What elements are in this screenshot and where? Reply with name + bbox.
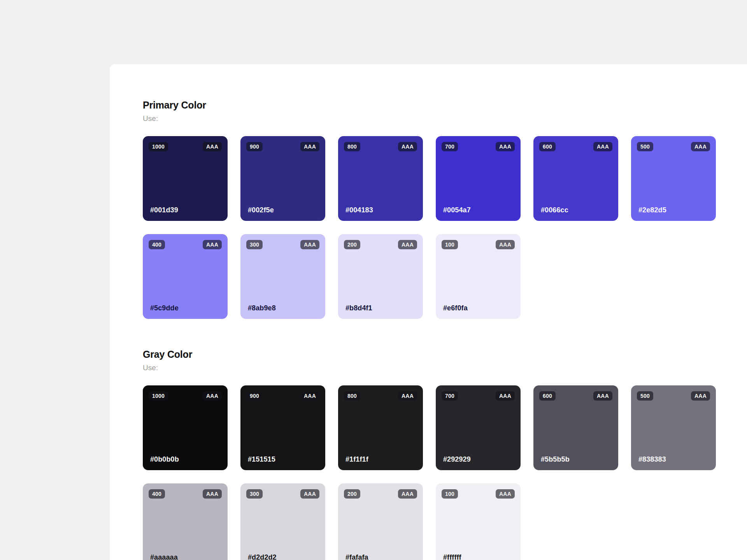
page: Primary ColorUse:1000AAA#001d39900AAA#00… <box>0 0 747 560</box>
color-swatch-300: 300AAA#d2d2d2 <box>240 483 325 560</box>
scale-badge: 900 <box>246 391 263 401</box>
contrast-badge: AAA <box>496 391 515 401</box>
contrast-badge: AAA <box>496 489 515 499</box>
color-swatch-100: 100AAA#e6f0fa <box>436 234 521 319</box>
hex-label: #004183 <box>345 206 373 214</box>
hex-label: #aaaaaa <box>150 553 178 560</box>
scale-badge: 600 <box>539 142 556 151</box>
contrast-badge: AAA <box>203 142 222 151</box>
palette-sections: Primary ColorUse:1000AAA#001d39900AAA#00… <box>143 99 747 560</box>
color-swatch-1000: 1000AAA#0b0b0b <box>143 385 228 470</box>
scale-badge: 200 <box>344 489 360 499</box>
scale-badge: 1000 <box>149 391 168 401</box>
hex-label: #d2d2d2 <box>248 553 277 560</box>
scale-badge: 500 <box>637 391 653 401</box>
scale-badge: 900 <box>246 142 263 151</box>
hex-label: #001d39 <box>150 206 178 214</box>
color-swatch-600: 600AAA#5b5b5b <box>533 385 618 470</box>
swatch-grid: 1000AAA#0b0b0b900AAA#151515800AAA#1f1f1f… <box>143 385 716 560</box>
color-swatch-800: 800AAA#1f1f1f <box>338 385 423 470</box>
hex-label: #838383 <box>638 455 666 464</box>
scale-badge: 700 <box>442 391 458 401</box>
scale-badge: 400 <box>149 489 165 499</box>
contrast-badge: AAA <box>496 142 515 151</box>
use-label: Use: <box>143 113 747 124</box>
hex-label: #ffffff <box>443 553 461 560</box>
scale-badge: 1000 <box>149 142 168 151</box>
hex-label: #2e82d5 <box>638 206 666 214</box>
contrast-badge: AAA <box>203 489 222 499</box>
hex-label: #5c9dde <box>150 304 179 312</box>
scale-badge: 100 <box>442 489 458 499</box>
color-swatch-400: 400AAA#aaaaaa <box>143 483 228 560</box>
contrast-badge: AAA <box>300 240 319 249</box>
scale-badge: 800 <box>344 391 360 401</box>
color-swatch-1000: 1000AAA#001d39 <box>143 136 228 221</box>
color-swatch-900: 900AAA#002f5e <box>240 136 325 221</box>
color-swatch-300: 300AAA#8ab9e8 <box>240 234 325 319</box>
color-swatch-700: 700AAA#0054a7 <box>436 136 521 221</box>
hex-label: #002f5e <box>248 206 274 214</box>
hex-label: #1f1f1f <box>345 455 368 464</box>
scale-badge: 300 <box>246 240 263 249</box>
scale-badge: 700 <box>442 142 458 151</box>
color-swatch-800: 800AAA#004183 <box>338 136 423 221</box>
color-swatch-500: 500AAA#838383 <box>631 385 716 470</box>
color-swatch-200: 200AAA#b8d4f1 <box>338 234 423 319</box>
contrast-badge: AAA <box>300 489 319 499</box>
contrast-badge: AAA <box>593 142 612 151</box>
contrast-badge: AAA <box>691 391 710 401</box>
hex-label: #0b0b0b <box>150 455 179 464</box>
scale-badge: 600 <box>539 391 556 401</box>
contrast-badge: AAA <box>398 142 417 151</box>
contrast-badge: AAA <box>300 142 319 151</box>
use-label: Use: <box>143 362 747 373</box>
contrast-badge: AAA <box>300 391 319 401</box>
scale-badge: 300 <box>246 489 263 499</box>
contrast-badge: AAA <box>593 391 612 401</box>
hex-label: #0066cc <box>541 206 568 214</box>
contrast-badge: AAA <box>398 489 417 499</box>
swatch-grid: 1000AAA#001d39900AAA#002f5e800AAA#004183… <box>143 136 716 319</box>
scale-badge: 500 <box>637 142 653 151</box>
section-title: Primary Color <box>143 99 747 111</box>
palette-section-gray-color: Gray ColorUse:1000AAA#0b0b0b900AAA#15151… <box>143 348 747 560</box>
hex-label: #fafafa <box>345 553 368 560</box>
color-swatch-200: 200AAA#fafafa <box>338 483 423 560</box>
contrast-badge: AAA <box>203 391 222 401</box>
color-swatch-100: 100AAA#ffffff <box>436 483 521 560</box>
contrast-badge: AAA <box>398 240 417 249</box>
scale-badge: 400 <box>149 240 165 249</box>
content-panel: Primary ColorUse:1000AAA#001d39900AAA#00… <box>110 64 747 560</box>
hex-label: #5b5b5b <box>541 455 570 464</box>
hex-label: #8ab9e8 <box>248 304 276 312</box>
scale-badge: 800 <box>344 142 360 151</box>
hex-label: #151515 <box>248 455 275 464</box>
contrast-badge: AAA <box>496 240 515 249</box>
section-title: Gray Color <box>143 348 747 360</box>
color-swatch-400: 400AAA#5c9dde <box>143 234 228 319</box>
palette-section-primary-color: Primary ColorUse:1000AAA#001d39900AAA#00… <box>143 99 747 319</box>
contrast-badge: AAA <box>398 391 417 401</box>
color-swatch-500: 500AAA#2e82d5 <box>631 136 716 221</box>
hex-label: #292929 <box>443 455 471 464</box>
scale-badge: 100 <box>442 240 458 249</box>
color-swatch-900: 900AAA#151515 <box>240 385 325 470</box>
hex-label: #b8d4f1 <box>345 304 372 312</box>
scale-badge: 200 <box>344 240 360 249</box>
contrast-badge: AAA <box>203 240 222 249</box>
hex-label: #0054a7 <box>443 206 471 214</box>
color-swatch-600: 600AAA#0066cc <box>533 136 618 221</box>
contrast-badge: AAA <box>691 142 710 151</box>
color-swatch-700: 700AAA#292929 <box>436 385 521 470</box>
hex-label: #e6f0fa <box>443 304 468 312</box>
